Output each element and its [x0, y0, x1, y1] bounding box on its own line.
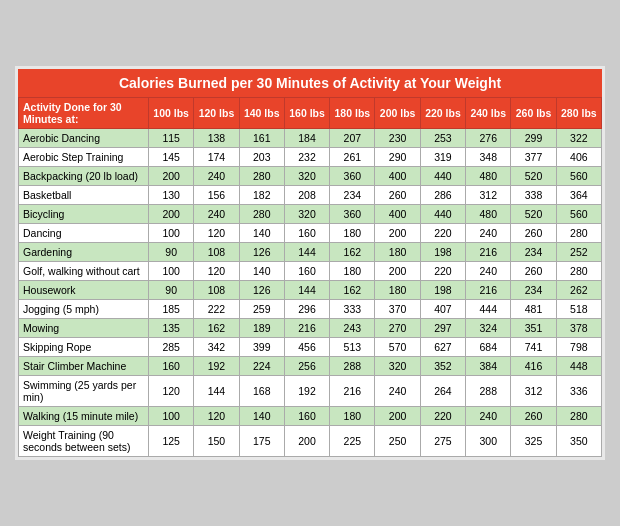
cell-6-0: 90 — [149, 243, 194, 262]
cell-12-0: 160 — [149, 357, 194, 376]
cell-10-0: 135 — [149, 319, 194, 338]
cell-8-7: 216 — [466, 281, 511, 300]
cell-4-3: 320 — [284, 205, 329, 224]
cell-4-2: 280 — [239, 205, 284, 224]
cell-13-6: 264 — [420, 376, 465, 407]
cell-7-3: 160 — [284, 262, 329, 281]
cell-5-6: 220 — [420, 224, 465, 243]
cell-7-6: 220 — [420, 262, 465, 281]
cell-7-9: 280 — [556, 262, 601, 281]
weight-col-header-5: 200 lbs — [375, 98, 420, 129]
cell-11-6: 627 — [420, 338, 465, 357]
cell-9-8: 481 — [511, 300, 556, 319]
cell-3-3: 208 — [284, 186, 329, 205]
cell-5-4: 180 — [330, 224, 375, 243]
cell-0-3: 184 — [284, 129, 329, 148]
cell-3-8: 338 — [511, 186, 556, 205]
cell-8-8: 234 — [511, 281, 556, 300]
cell-14-5: 200 — [375, 407, 420, 426]
cell-12-4: 288 — [330, 357, 375, 376]
cell-10-2: 189 — [239, 319, 284, 338]
cell-2-4: 360 — [330, 167, 375, 186]
cell-6-4: 162 — [330, 243, 375, 262]
cell-5-7: 240 — [466, 224, 511, 243]
cell-15-6: 275 — [420, 426, 465, 457]
cell-1-6: 319 — [420, 148, 465, 167]
cell-14-1: 120 — [194, 407, 239, 426]
activity-name-12: Stair Climber Machine — [19, 357, 149, 376]
cell-9-1: 222 — [194, 300, 239, 319]
cell-8-1: 108 — [194, 281, 239, 300]
cell-9-4: 333 — [330, 300, 375, 319]
cell-3-7: 312 — [466, 186, 511, 205]
cell-0-4: 207 — [330, 129, 375, 148]
cell-3-9: 364 — [556, 186, 601, 205]
weight-col-header-3: 160 lbs — [284, 98, 329, 129]
table-row: Gardening90108126144162180198216234252 — [19, 243, 602, 262]
cell-8-9: 262 — [556, 281, 601, 300]
cell-1-9: 406 — [556, 148, 601, 167]
cell-6-5: 180 — [375, 243, 420, 262]
table-row: Jogging (5 mph)1852222592963333704074444… — [19, 300, 602, 319]
weight-col-header-0: 100 lbs — [149, 98, 194, 129]
cell-0-1: 138 — [194, 129, 239, 148]
activity-name-7: Golf, walking without cart — [19, 262, 149, 281]
cell-14-4: 180 — [330, 407, 375, 426]
cell-7-5: 200 — [375, 262, 420, 281]
cell-5-2: 140 — [239, 224, 284, 243]
cell-4-6: 440 — [420, 205, 465, 224]
table-row: Backpacking (20 lb load)2002402803203604… — [19, 167, 602, 186]
cell-14-3: 160 — [284, 407, 329, 426]
cell-15-9: 350 — [556, 426, 601, 457]
cell-8-2: 126 — [239, 281, 284, 300]
cell-3-0: 130 — [149, 186, 194, 205]
cell-1-2: 203 — [239, 148, 284, 167]
cell-15-1: 150 — [194, 426, 239, 457]
cell-9-7: 444 — [466, 300, 511, 319]
cell-11-5: 570 — [375, 338, 420, 357]
cell-13-3: 192 — [284, 376, 329, 407]
cell-14-8: 260 — [511, 407, 556, 426]
table-header-row: Activity Done for 30 Minutes at: 100 lbs… — [19, 98, 602, 129]
weight-col-header-1: 120 lbs — [194, 98, 239, 129]
cell-15-4: 225 — [330, 426, 375, 457]
cell-12-6: 352 — [420, 357, 465, 376]
cell-12-5: 320 — [375, 357, 420, 376]
cell-15-0: 125 — [149, 426, 194, 457]
cell-2-5: 400 — [375, 167, 420, 186]
cell-15-5: 250 — [375, 426, 420, 457]
cell-8-6: 198 — [420, 281, 465, 300]
cell-0-6: 253 — [420, 129, 465, 148]
activity-name-0: Aerobic Dancing — [19, 129, 149, 148]
cell-6-7: 216 — [466, 243, 511, 262]
cell-7-0: 100 — [149, 262, 194, 281]
table-row: Golf, walking without cart10012014016018… — [19, 262, 602, 281]
cell-15-7: 300 — [466, 426, 511, 457]
cell-2-1: 240 — [194, 167, 239, 186]
cell-3-1: 156 — [194, 186, 239, 205]
activity-name-10: Mowing — [19, 319, 149, 338]
cell-4-5: 400 — [375, 205, 420, 224]
cell-6-2: 126 — [239, 243, 284, 262]
cell-2-6: 440 — [420, 167, 465, 186]
cell-9-5: 370 — [375, 300, 420, 319]
cell-2-0: 200 — [149, 167, 194, 186]
cell-0-2: 161 — [239, 129, 284, 148]
table-row: Skipping Rope285342399456513570627684741… — [19, 338, 602, 357]
cell-5-8: 260 — [511, 224, 556, 243]
cell-12-1: 192 — [194, 357, 239, 376]
activity-name-1: Aerobic Step Training — [19, 148, 149, 167]
activity-name-15: Weight Training (90 seconds between sets… — [19, 426, 149, 457]
table-row: Aerobic Step Training1451742032322612903… — [19, 148, 602, 167]
cell-2-7: 480 — [466, 167, 511, 186]
table-row: Aerobic Dancing1151381611842072302532762… — [19, 129, 602, 148]
cell-8-0: 90 — [149, 281, 194, 300]
cell-5-5: 200 — [375, 224, 420, 243]
cell-10-5: 270 — [375, 319, 420, 338]
activity-name-13: Swimming (25 yards per min) — [19, 376, 149, 407]
activity-name-9: Jogging (5 mph) — [19, 300, 149, 319]
cell-0-9: 322 — [556, 129, 601, 148]
cell-11-0: 285 — [149, 338, 194, 357]
cell-0-7: 276 — [466, 129, 511, 148]
cell-1-8: 377 — [511, 148, 556, 167]
